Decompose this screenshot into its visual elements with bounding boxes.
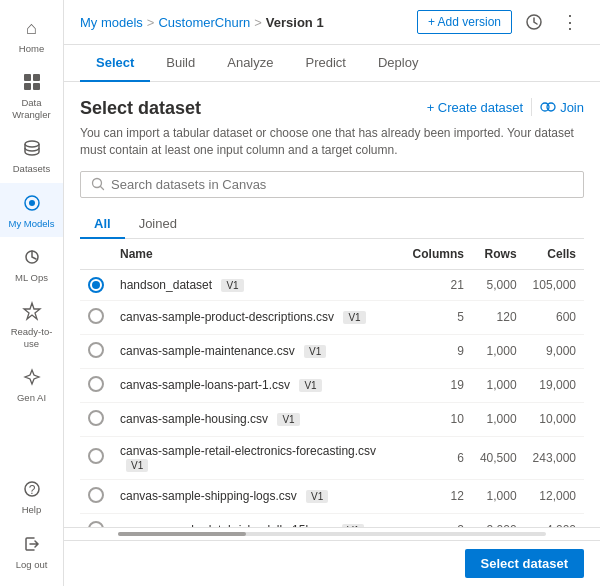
topbar: My models > CustomerChurn > Version 1 + … bbox=[64, 0, 600, 45]
sidebar-item-my-models[interactable]: My Models bbox=[0, 183, 63, 237]
sidebar-item-data-wrangler[interactable]: Data Wrangler bbox=[0, 62, 63, 128]
history-icon bbox=[525, 13, 543, 31]
table-row[interactable]: canvas-sample-product-descriptions.csv V… bbox=[80, 300, 584, 334]
row-name-1: canvas-sample-product-descriptions.csv V… bbox=[112, 300, 405, 334]
col-header-rows: Rows bbox=[472, 239, 525, 270]
main-content: My models > CustomerChurn > Version 1 + … bbox=[64, 0, 600, 586]
table-body: handson_dataset V1 21 5,000 105,000 canv… bbox=[80, 269, 584, 527]
row-radio-5[interactable] bbox=[80, 436, 112, 479]
sub-tab-joined[interactable]: Joined bbox=[125, 210, 191, 239]
table-row[interactable]: canvas-sample-maintenance.csv V1 9 1,000… bbox=[80, 334, 584, 368]
sidebar-item-ready-to-use[interactable]: Ready-to-use bbox=[0, 291, 63, 357]
sub-tab-all[interactable]: All bbox=[80, 210, 125, 239]
row-cells-6: 12,000 bbox=[525, 479, 584, 513]
row-rows-5: 40,500 bbox=[472, 436, 525, 479]
version-badge: V1 bbox=[126, 459, 148, 472]
scroll-thumb bbox=[118, 532, 247, 536]
sidebar-item-home[interactable]: ⌂ Home bbox=[0, 8, 63, 62]
table-row[interactable]: canvas-sample-databricks-dolly-15k.csv V… bbox=[80, 513, 584, 527]
table-row[interactable]: canvas-sample-loans-part-1.csv V1 19 1,0… bbox=[80, 368, 584, 402]
datasets-icon bbox=[20, 136, 44, 160]
add-version-button[interactable]: + Add version bbox=[417, 10, 512, 34]
search-bar bbox=[80, 171, 584, 198]
breadcrumb-my-models[interactable]: My models bbox=[80, 15, 143, 30]
row-name-0: handson_dataset V1 bbox=[112, 269, 405, 300]
sidebar-item-label: Data Wrangler bbox=[4, 97, 59, 120]
row-cells-0: 105,000 bbox=[525, 269, 584, 300]
radio-button[interactable] bbox=[88, 448, 104, 464]
row-name-7: canvas-sample-databricks-dolly-15k.csv V… bbox=[112, 513, 405, 527]
row-columns-3: 19 bbox=[405, 368, 472, 402]
row-radio-6[interactable] bbox=[80, 479, 112, 513]
row-name-6: canvas-sample-shipping-logs.csv V1 bbox=[112, 479, 405, 513]
row-rows-0: 5,000 bbox=[472, 269, 525, 300]
ready-to-use-icon bbox=[20, 299, 44, 323]
sidebar-item-ml-ops[interactable]: ML Ops bbox=[0, 237, 63, 291]
table-row[interactable]: canvas-sample-shipping-logs.csv V1 12 1,… bbox=[80, 479, 584, 513]
dataset-table-wrap: Name Columns Rows Cells handson_dataset … bbox=[80, 239, 584, 527]
row-cells-7: 4,000 bbox=[525, 513, 584, 527]
dataset-table: Name Columns Rows Cells handson_dataset … bbox=[80, 239, 584, 527]
table-row[interactable]: canvas-sample-retail-electronics-forecas… bbox=[80, 436, 584, 479]
main-tabs: Select Build Analyze Predict Deploy bbox=[64, 45, 600, 82]
page-title: Select dataset bbox=[80, 98, 201, 119]
topbar-actions: + Add version ⋮ bbox=[417, 8, 584, 36]
version-badge: V1 bbox=[299, 379, 321, 392]
radio-button[interactable] bbox=[88, 376, 104, 392]
row-columns-0: 21 bbox=[405, 269, 472, 300]
tab-deploy[interactable]: Deploy bbox=[362, 45, 434, 82]
sidebar-item-help[interactable]: ? Help bbox=[0, 469, 63, 523]
row-radio-7[interactable] bbox=[80, 513, 112, 527]
history-button[interactable] bbox=[520, 8, 548, 36]
header-actions: + Create dataset Join bbox=[427, 98, 584, 116]
scroll-track bbox=[118, 532, 547, 536]
radio-button[interactable] bbox=[88, 308, 104, 324]
tab-analyze[interactable]: Analyze bbox=[211, 45, 289, 82]
create-dataset-button[interactable]: + Create dataset bbox=[427, 100, 523, 115]
search-icon bbox=[91, 177, 105, 191]
row-rows-7: 2,000 bbox=[472, 513, 525, 527]
version-badge: V1 bbox=[304, 345, 326, 358]
content-header: Select dataset + Create dataset Join bbox=[80, 98, 584, 119]
select-dataset-button[interactable]: Select dataset bbox=[465, 549, 584, 578]
add-version-label: + Add version bbox=[428, 15, 501, 29]
row-name-2: canvas-sample-maintenance.csv V1 bbox=[112, 334, 405, 368]
svg-rect-2 bbox=[24, 83, 31, 90]
svg-rect-1 bbox=[33, 74, 40, 81]
tab-predict[interactable]: Predict bbox=[289, 45, 361, 82]
row-radio-1[interactable] bbox=[80, 300, 112, 334]
row-columns-4: 10 bbox=[405, 402, 472, 436]
row-radio-0[interactable] bbox=[80, 269, 112, 300]
col-header-name: Name bbox=[112, 239, 405, 270]
horizontal-scrollbar[interactable] bbox=[64, 527, 600, 540]
radio-button[interactable] bbox=[88, 342, 104, 358]
search-input[interactable] bbox=[111, 177, 573, 192]
table-header-row: Name Columns Rows Cells bbox=[80, 239, 584, 270]
row-cells-3: 19,000 bbox=[525, 368, 584, 402]
sidebar-item-datasets[interactable]: Datasets bbox=[0, 128, 63, 182]
row-cells-5: 243,000 bbox=[525, 436, 584, 479]
join-button[interactable]: Join bbox=[540, 99, 584, 115]
breadcrumb-customer-churn[interactable]: CustomerChurn bbox=[158, 15, 250, 30]
radio-button[interactable] bbox=[88, 487, 104, 503]
row-radio-2[interactable] bbox=[80, 334, 112, 368]
more-icon: ⋮ bbox=[561, 11, 579, 33]
more-options-button[interactable]: ⋮ bbox=[556, 8, 584, 36]
sidebar-item-label: My Models bbox=[9, 218, 55, 229]
tab-build[interactable]: Build bbox=[150, 45, 211, 82]
row-columns-7: 2 bbox=[405, 513, 472, 527]
tab-select[interactable]: Select bbox=[80, 45, 150, 82]
row-radio-3[interactable] bbox=[80, 368, 112, 402]
sidebar-item-log-out[interactable]: Log out bbox=[0, 524, 63, 578]
row-radio-4[interactable] bbox=[80, 402, 112, 436]
sidebar-item-label: Home bbox=[19, 43, 44, 54]
table-row[interactable]: canvas-sample-housing.csv V1 10 1,000 10… bbox=[80, 402, 584, 436]
table-row[interactable]: handson_dataset V1 21 5,000 105,000 bbox=[80, 269, 584, 300]
sidebar-item-gen-ai[interactable]: Gen AI bbox=[0, 357, 63, 411]
row-columns-1: 5 bbox=[405, 300, 472, 334]
row-cells-4: 10,000 bbox=[525, 402, 584, 436]
sidebar: ⌂ Home Data Wrangler Datasets My Models … bbox=[0, 0, 64, 586]
log-out-icon bbox=[20, 532, 44, 556]
radio-button[interactable] bbox=[88, 410, 104, 426]
radio-button[interactable] bbox=[88, 277, 104, 293]
